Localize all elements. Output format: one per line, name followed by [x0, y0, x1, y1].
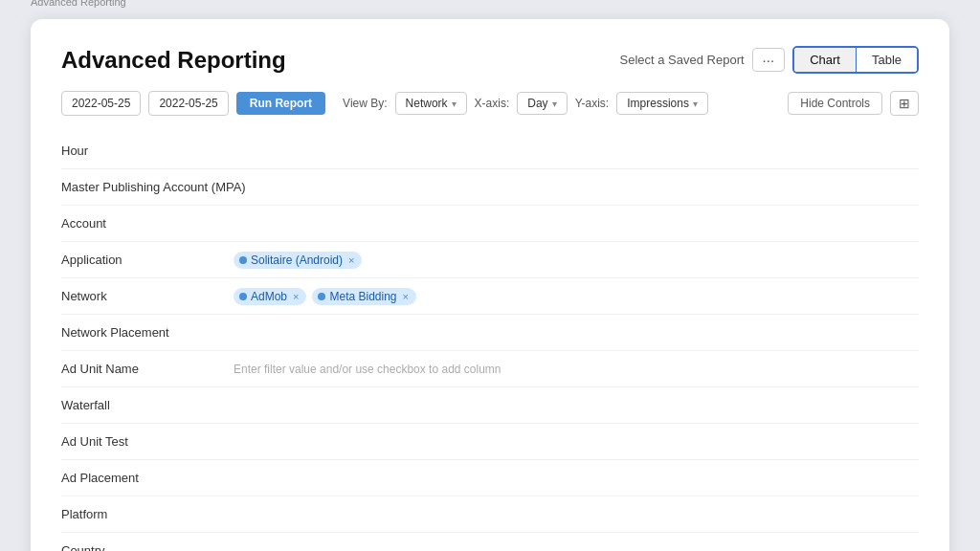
filter-name: Platform — [61, 507, 234, 521]
tag-close-icon[interactable]: × — [293, 291, 299, 302]
run-report-button[interactable]: Run Report — [236, 92, 325, 115]
view-tab-group: Chart Table — [792, 46, 919, 74]
tag-label: Meta Bidding — [329, 290, 396, 303]
filter-row: Hour — [61, 133, 919, 169]
export-button[interactable]: ⊞ — [890, 91, 919, 116]
filter-tag: Solitaire (Android)× — [234, 252, 362, 269]
filter-value: AdMob×Meta Bidding× — [234, 288, 416, 305]
filter-name: Application — [61, 253, 234, 267]
filter-row: Waterfall — [61, 387, 919, 424]
view-by-dropdown[interactable]: Network — [395, 92, 467, 115]
xaxis-dropdown[interactable]: Day — [517, 92, 567, 115]
filter-placeholder: Enter filter value and/or use checkbox t… — [234, 363, 501, 376]
filter-name: Account — [61, 216, 234, 231]
filter-row: Country — [61, 533, 919, 551]
filter-row: NetworkAdMob×Meta Bidding× — [61, 278, 919, 315]
filter-name: Network — [61, 289, 234, 303]
saved-report-label: Select a Saved Report — [620, 53, 745, 67]
filter-name: Ad Unit Name — [61, 362, 234, 376]
tag-dot-icon — [239, 293, 247, 300]
page-label: Advanced Reporting — [31, 0, 126, 8]
filter-tag: AdMob× — [234, 288, 306, 305]
filter-name: Waterfall — [61, 398, 234, 412]
tag-close-icon[interactable]: × — [348, 254, 354, 266]
filter-value: Solitaire (Android)× — [234, 252, 362, 269]
yaxis-label: Y-axis: — [575, 97, 610, 110]
filter-row: Network Placement — [61, 315, 919, 351]
date-end-input[interactable]: 2022-05-25 — [148, 91, 228, 116]
filter-name: Network Placement — [61, 325, 234, 340]
filter-row: Ad Unit Test — [61, 424, 919, 460]
hide-controls-button[interactable]: Hide Controls — [788, 92, 882, 115]
filter-row: Ad Placement — [61, 460, 919, 496]
filter-row: Master Publishing Account (MPA) — [61, 169, 919, 206]
main-card: Advanced Reporting Select a Saved Report… — [31, 19, 949, 551]
filter-name: Ad Unit Test — [61, 434, 234, 449]
dots-button[interactable]: ··· — [752, 48, 786, 72]
yaxis-dropdown[interactable]: Impressions — [616, 92, 708, 115]
filter-row: Account — [61, 206, 919, 242]
filter-tag: Meta Bidding× — [312, 288, 415, 305]
tab-table[interactable]: Table — [857, 48, 917, 72]
filter-name: Ad Placement — [61, 471, 234, 485]
date-start-input[interactable]: 2022-05-25 — [61, 91, 141, 116]
filter-row: Ad Unit NameEnter filter value and/or us… — [61, 351, 919, 387]
xaxis-label: X-axis: — [475, 97, 510, 110]
controls-bar: 2022-05-25 2022-05-25 Run Report View By… — [61, 91, 919, 116]
view-by-label: View By: — [343, 97, 387, 110]
filter-grid: HourMaster Publishing Account (MPA)Accou… — [61, 133, 919, 551]
filter-name: Country — [61, 543, 234, 551]
tag-label: Solitaire (Android) — [251, 253, 343, 267]
tag-dot-icon — [239, 256, 247, 264]
filter-name: Hour — [61, 143, 234, 158]
page-title: Advanced Reporting — [61, 47, 286, 74]
filter-row: ApplicationSolitaire (Android)× — [61, 242, 919, 278]
filter-name: Master Publishing Account (MPA) — [61, 180, 246, 194]
filter-value: Enter filter value and/or use checkbox t… — [234, 363, 501, 376]
tag-close-icon[interactable]: × — [403, 291, 409, 302]
header-row: Advanced Reporting Select a Saved Report… — [61, 46, 919, 74]
header-right: Select a Saved Report ··· Chart Table — [620, 46, 919, 74]
filter-row: Platform — [61, 496, 919, 533]
tag-label: AdMob — [251, 290, 287, 303]
tag-dot-icon — [318, 293, 325, 300]
tab-chart[interactable]: Chart — [794, 48, 857, 72]
